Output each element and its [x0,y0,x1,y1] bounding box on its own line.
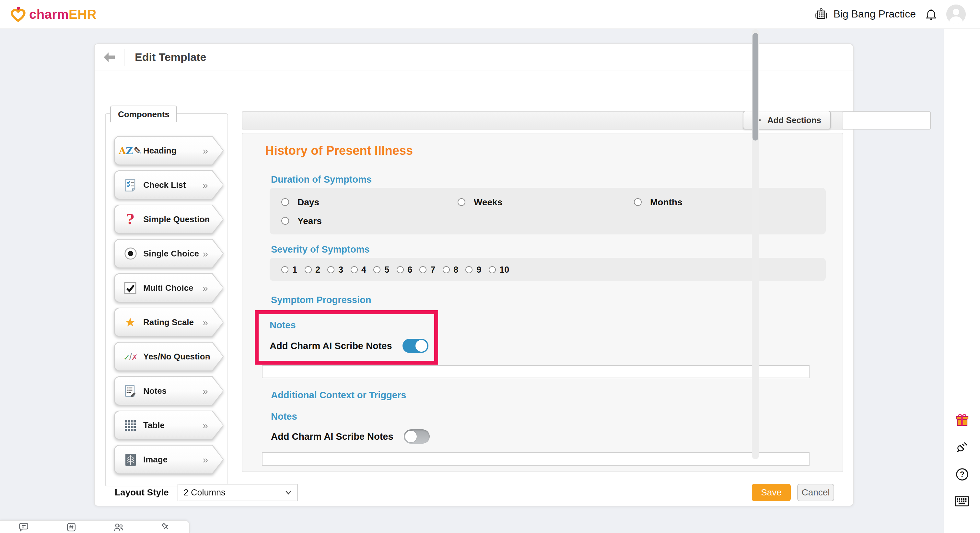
radio-button[interactable] [634,198,642,206]
header-divider [124,49,124,66]
radio-button[interactable] [327,266,334,273]
component-label: Notes [143,386,167,396]
pennant-face: Multi Choice » [115,274,223,302]
component-rating-scale[interactable]: ★ Rating Scale » [114,308,224,337]
radio-option-weeks[interactable]: Weeks [458,197,634,207]
dock-item-my-pins[interactable]: My Pins [142,521,189,533]
component-label: Simple Question [143,214,210,224]
dock-item-channels[interactable]: Channels [47,521,95,533]
radio-button[interactable] [488,266,495,273]
radio-option-years[interactable]: Years [281,215,458,226]
radio-label: 8 [453,265,458,274]
radio-button[interactable] [458,198,465,206]
double-chevron-icon: » [202,419,208,430]
radio-button[interactable] [350,266,358,273]
components-list: AZ✎ Heading » Check List » ? Simple Ques… [114,136,224,474]
radio-button[interactable] [465,266,473,273]
component-yes-no-question[interactable]: ✓/✗ Yes/No Question » [114,342,224,371]
keyboard-icon[interactable] [955,494,969,508]
double-chevron-icon: » [202,248,208,259]
component-label: Multi Choice [143,283,194,293]
notes-text-input-secondary[interactable] [262,452,810,466]
severity-row: 1 2 3 4 5 6 7 8 9 10 [281,262,814,276]
pennant-face: ? Simple Question » [115,205,223,233]
radio-button[interactable] [419,266,426,273]
double-chevron-icon: » [202,454,208,465]
components-tab[interactable]: Components [110,106,177,122]
notes-text-input-primary[interactable] [262,365,810,378]
section-heading-notes-primary[interactable]: Notes [270,320,434,330]
charmehr-logo[interactable]: charmEHR [10,6,97,23]
practice-selector[interactable]: Big Bang Practice [814,7,916,21]
radio-option-4[interactable]: 4 [350,265,366,274]
rail-icons: ? [944,412,980,508]
severity-options-box: 1 2 3 4 5 6 7 8 9 10 [270,258,826,281]
component-check-list[interactable]: Check List » [114,170,224,200]
radio-option-2[interactable]: 2 [304,265,320,274]
radio-button[interactable] [281,266,288,273]
components-tab-label: Components [118,109,170,119]
radio-label: Years [298,215,322,226]
radio-button[interactable] [304,266,312,273]
card-footer: Layout Style 2 Columns Save Cancel [95,478,853,506]
gift-icon[interactable] [955,412,969,427]
radio-button[interactable] [442,266,450,273]
double-chevron-icon: » [202,282,208,293]
plug-icon[interactable] [955,440,969,454]
component-label: Rating Scale [143,317,194,327]
save-button[interactable]: Save [752,484,791,501]
duration-options-box: Days Weeks Months Years [270,188,826,235]
radio-option-3[interactable]: 3 [327,265,343,274]
user-avatar[interactable] [946,5,966,24]
radio-option-months[interactable]: Months [634,197,810,207]
dock-item-chats[interactable]: Chats [0,521,47,533]
hash-icon [67,523,75,531]
radio-option-8[interactable]: 8 [442,265,458,274]
practice-name: Big Bang Practice [834,8,916,20]
radio-button[interactable] [373,266,380,273]
star-icon: ★ [121,315,140,330]
radio-label: 9 [476,265,481,274]
radio-option-6[interactable]: 6 [396,265,412,274]
radio-option-5[interactable]: 5 [373,265,389,274]
radio-option-10[interactable]: 10 [488,265,509,274]
dock-item-people[interactable]: People [95,521,142,533]
checklist-icon [121,178,140,191]
component-multi-choice[interactable]: Multi Choice » [114,273,224,303]
double-chevron-icon: » [202,316,208,327]
layout-style-select[interactable]: 2 Columns [178,484,298,501]
messaging-dock: ChatsChannelsPeopleMy Pins [0,520,190,533]
component-simple-question[interactable]: ? Simple Question » [114,205,224,234]
component-heading[interactable]: AZ✎ Heading » [114,136,224,165]
ai-scribe-toggle-label-secondary: Add Charm AI Scribe Notes [271,431,393,442]
radio-label: Months [650,197,682,207]
double-chevron-icon: » [202,385,208,396]
duration-row-1: Days Weeks Months [281,192,814,211]
highlighted-notes-block: Notes Add Charm AI Scribe Notes [255,310,438,365]
radio-button[interactable] [281,198,289,206]
pennant-face: Single Choice » [115,240,223,268]
radio-button[interactable] [281,217,289,224]
component-label: Yes/No Question [143,352,210,362]
back-button[interactable] [104,52,115,62]
ai-scribe-toggle-secondary[interactable] [404,429,430,444]
help-icon[interactable]: ? [955,467,969,481]
component-image[interactable]: Image » [114,445,224,474]
pennant-face: ★ Rating Scale » [115,308,223,336]
ai-scribe-toggle-primary[interactable] [402,339,428,353]
radio-option-1[interactable]: 1 [281,265,297,274]
radio-option-7[interactable]: 7 [419,265,435,274]
component-table[interactable]: Table » [114,411,224,440]
radio-label: 5 [384,265,389,274]
radio-option-9[interactable]: 9 [465,265,481,274]
card-header: Edit Template [95,44,853,71]
notifications-bell-icon[interactable] [925,8,937,21]
component-notes[interactable]: Notes » [114,376,224,405]
component-single-choice[interactable]: Single Choice » [114,239,224,268]
cancel-button[interactable]: Cancel [797,484,834,501]
component-label: Single Choice [143,249,199,259]
vertical-scrollbar[interactable] [752,29,759,459]
scrollbar-thumb[interactable] [752,33,758,141]
radio-option-days[interactable]: Days [281,197,458,207]
radio-button[interactable] [396,266,404,273]
